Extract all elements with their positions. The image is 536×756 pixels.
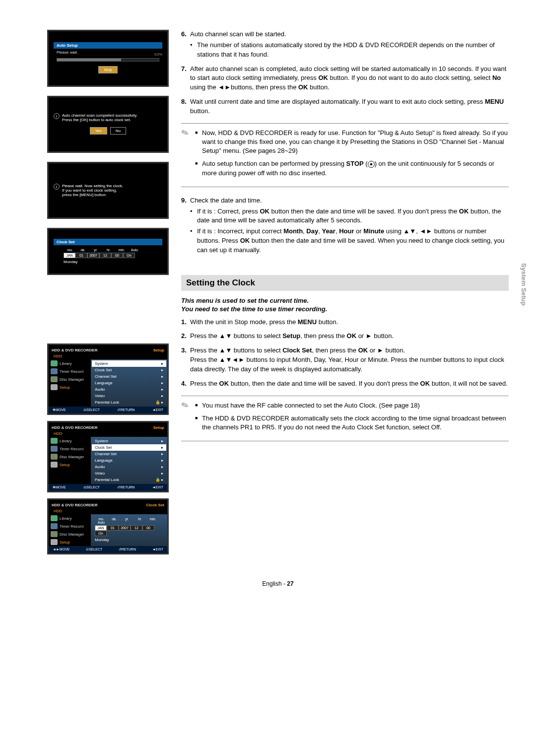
- clock-wait-line1: Please wait. Now setting the clock.: [62, 184, 123, 188]
- please-wait-text: Please wait.: [54, 49, 162, 56]
- clock-values[interactable]: JAN0120071200On: [54, 253, 162, 258]
- progress-bar: [57, 58, 159, 62]
- menu-screenshot-3: HDD & DVD RECORDERClock Set HDD Library …: [47, 498, 169, 554]
- scan-complete-line1: Auto channel scan completed successfully…: [62, 113, 137, 118]
- clock-wait-line2: If you want to exit clock setting,: [62, 188, 123, 193]
- menu-title: HDD & DVD RECORDER: [52, 348, 97, 352]
- page-footer: English - 27: [47, 580, 509, 587]
- day-label: Monday: [54, 260, 162, 264]
- menu-left: Library Timer Record Disc Manager Setup: [49, 359, 91, 407]
- yes-button[interactable]: Yes: [90, 127, 107, 135]
- clock-wait-line3: press the [MENU] button.: [62, 193, 123, 197]
- screenshot-auto-setup: Auto Setup Please wait. 63% Stop: [47, 30, 169, 87]
- step-6: 6. Auto channel scan will be started. Th…: [181, 30, 509, 60]
- screenshot-clock-set: Clock Set mo.da.yr.hr.min.Auto JAN012007…: [47, 228, 169, 275]
- menu-right[interactable]: System▸ Clock Set▸ Channel Set▸ Language…: [91, 359, 167, 407]
- step-8: 8. Wait until current date and time are …: [181, 97, 509, 116]
- menu-screenshot-2: HDD & DVD RECORDERSetup HDD Library Time…: [47, 421, 169, 492]
- screenshot-scan-complete: i Auto channel scan completed successful…: [47, 96, 169, 153]
- scan-complete-line2: Press the [OK] button to auto clock set.: [62, 118, 137, 122]
- left-screenshot-column: Auto Setup Please wait. 63% Stop i Auto …: [47, 30, 169, 560]
- menu-bottom-bar: ✥MOVE⊙SELECT↺RETURN◄EXIT: [49, 407, 167, 413]
- side-label: System Setup: [520, 263, 528, 306]
- step-9: 9. Check the date and time. If it is : C…: [181, 196, 509, 255]
- stop-icon: [368, 161, 375, 168]
- note-box-1: Now, HDD & DVD RECORDER is ready for use…: [181, 123, 509, 187]
- info-icon: i: [54, 184, 60, 190]
- no-button[interactable]: No: [110, 127, 126, 135]
- progress-percent: 63%: [154, 52, 162, 57]
- menu-screenshot-1: HDD & DVD RECORDERSetup HDD Library Time…: [47, 344, 169, 415]
- step-7: 7. After auto channel scan is completed,…: [181, 65, 509, 93]
- stop-button[interactable]: Stop: [98, 66, 117, 73]
- menu-corner: Setup: [153, 348, 164, 352]
- clock-header: mo.da.yr.hr.min.Auto: [54, 248, 162, 252]
- clock-step-4: 4. Press the OK button, then the date an…: [181, 379, 509, 389]
- screenshot-setting-clock: i Please wait. Now setting the clock. If…: [47, 162, 169, 219]
- clock-set-title: Clock Set: [54, 239, 162, 245]
- auto-setup-title: Auto Setup: [54, 42, 162, 49]
- note-box-2: You must have the RF cable connected to …: [181, 396, 509, 442]
- intro-text: This menu is used to set the current tim…: [181, 297, 509, 314]
- clock-step-2: 2. Press the ▲▼ buttons to select Setup,…: [181, 332, 509, 341]
- clock-step-3: 3. Press the ▲▼ buttons to select Clock …: [181, 346, 509, 374]
- info-icon: i: [54, 113, 60, 119]
- right-text-column: System Setup 6. Auto channel scan will b…: [181, 30, 509, 560]
- section-title: Setting the Clock: [181, 275, 509, 291]
- hdd-tab: HDD: [49, 354, 167, 359]
- clock-step-1: 1. With the unit in Stop mode, press the…: [181, 318, 509, 327]
